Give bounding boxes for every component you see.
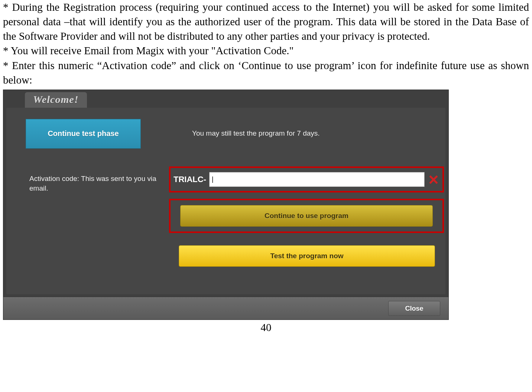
continue-test-phase-button[interactable]: Continue test phase — [26, 119, 141, 149]
welcome-tab: Welcome! — [25, 92, 87, 108]
trialc-prefix-label: TRIALC- — [173, 175, 206, 184]
test-days-remaining-label: You may still test the program for 7 day… — [192, 129, 320, 137]
bullet-email: * You will receive Email from Magix with… — [3, 43, 529, 58]
close-button[interactable]: Close — [388, 301, 440, 316]
activation-code-info-label: Activation code: This was sent to you vi… — [29, 174, 163, 194]
activation-dialog-screenshot: Welcome! Continue test phase You may sti… — [3, 90, 449, 320]
test-now-wrapper: Test the program now — [179, 245, 435, 267]
document-body: * During the Registration process (requi… — [3, 0, 529, 87]
continue-use-highlight: Continue to use program — [169, 199, 444, 233]
dialog-bottom-bar: Close — [3, 297, 448, 320]
activation-input-highlight: TRIALC- — [169, 166, 444, 192]
page-number: 40 — [3, 321, 529, 334]
dialog-inner-panel: Continue test phase You may still test t… — [6, 108, 445, 294]
continue-to-use-program-button[interactable]: Continue to use program — [180, 205, 433, 227]
activation-code-input[interactable] — [209, 172, 425, 187]
clear-input-icon[interactable] — [428, 174, 439, 185]
bullet-enter-code: * Enter this numeric “Activation code” a… — [3, 58, 529, 87]
test-program-now-button[interactable]: Test the program now — [179, 245, 435, 267]
bullet-registration: * During the Registration process (requi… — [3, 0, 529, 43]
